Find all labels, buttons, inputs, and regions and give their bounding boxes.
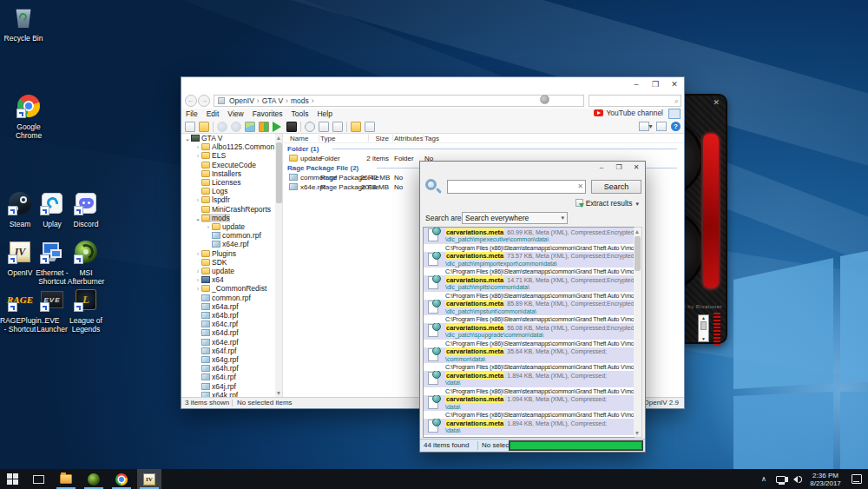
list-header[interactable]: NameTypeSizeAttributesTags <box>284 134 684 143</box>
menu-item-tools[interactable]: Tools <box>287 109 313 119</box>
help-icon[interactable]: ? <box>671 122 681 131</box>
search-input[interactable] <box>592 96 668 106</box>
view-mode-icon[interactable] <box>639 122 649 131</box>
widget-scrollbar[interactable]: ▲▼ <box>698 314 709 342</box>
menu-item-favorites[interactable]: Favorites <box>248 109 287 119</box>
tree-item-x64d-rpf[interactable]: x64d.rpf <box>181 328 275 337</box>
search-result-item[interactable]: carvariations.meta85.89 KB, Meta (XML), … <box>424 300 641 324</box>
chrome-taskbar-button[interactable] <box>109 469 134 489</box>
image-icon[interactable] <box>245 122 255 132</box>
search-button[interactable]: Search <box>591 180 641 194</box>
openiv-search-box[interactable]: ⌕ <box>589 95 681 107</box>
tree-item--commonredist[interactable]: ›_CommonRedist <box>181 284 275 293</box>
results-scrollbar[interactable] <box>635 227 642 438</box>
desktop-icon-discord[interactable]: Discord <box>66 191 106 229</box>
menu-item-view[interactable]: View <box>223 109 247 119</box>
tree-item-x64k-rpf[interactable]: x64k.rpf <box>181 391 275 397</box>
tree-item-common-rpf[interactable]: common.rpf <box>181 231 275 240</box>
desktop-icon-chrome[interactable]: Google Chrome <box>9 94 49 140</box>
import-icon[interactable] <box>351 122 361 132</box>
extract-results-button[interactable]: Extract results▾ <box>575 199 639 208</box>
tree-item-x64[interactable]: ›x64 <box>181 275 275 284</box>
caret-down-icon[interactable]: ▾ <box>649 122 653 130</box>
breadcrumb-item[interactable]: mods <box>289 96 311 105</box>
task-view-button[interactable] <box>26 469 50 489</box>
open-icon[interactable] <box>199 122 209 132</box>
search-result-item[interactable]: carvariations.meta73.57 KB, Meta (XML), … <box>424 252 641 276</box>
breadcrumb-item[interactable]: OpenIV <box>227 96 256 105</box>
tree-item-update[interactable]: ›update <box>181 222 275 231</box>
taskbar-clock[interactable]: 2:36 PM 8/23/2017 <box>806 469 845 489</box>
search-result-item[interactable]: carvariations.meta35.64 KB, Meta (XML), … <box>424 347 641 372</box>
tree-item-x64b-rpf[interactable]: x64b.rpf <box>181 311 275 320</box>
scroll-down-icon[interactable] <box>634 430 641 437</box>
tree-item-minicrashreports[interactable]: MiniCrashReports <box>181 205 275 214</box>
tray-expand-icon[interactable]: ∧ <box>757 469 771 489</box>
tree-item-licenses[interactable]: Licenses <box>181 178 275 187</box>
menu-item-help[interactable]: Help <box>312 109 336 119</box>
search-field[interactable]: ✕ <box>447 180 586 194</box>
action-center-icon[interactable] <box>847 469 866 489</box>
details-pane-icon[interactable] <box>656 122 667 131</box>
tree-item-x64j-rpf[interactable]: x64j.rpf <box>181 382 275 391</box>
search-area-dropdown[interactable]: Search everywhere▾ <box>462 212 568 224</box>
tree-item-x64a-rpf[interactable]: x64a.rpf <box>181 302 275 311</box>
search-result-item[interactable]: carvariations.meta1.894 KB, Meta (XML), … <box>424 419 641 438</box>
new-file-icon[interactable] <box>185 122 195 132</box>
export-doc-icon[interactable] <box>332 122 343 132</box>
tree-item-mods[interactable]: ⌄mods <box>181 214 275 222</box>
tree-item-common-rpf[interactable]: common.rpf <box>181 294 275 302</box>
group-header[interactable]: Folder (1) <box>284 144 684 154</box>
search-query-input[interactable] <box>450 181 573 193</box>
world-icon[interactable] <box>217 122 227 132</box>
text-view-icon[interactable] <box>319 122 329 132</box>
column-header-attributes[interactable]: Attributes <box>394 134 424 143</box>
minimize-button[interactable]: – <box>593 162 610 175</box>
tree-item-logs[interactable]: Logs <box>181 187 275 195</box>
tree-scrollbar[interactable] <box>275 134 282 397</box>
search-result-item[interactable]: carvariations.meta60.99 KB, Meta (XML), … <box>424 228 641 252</box>
column-header-tags[interactable]: Tags <box>424 134 439 143</box>
tree-item-albo1125-common[interactable]: ›Albo1125.Common <box>181 142 275 151</box>
find-icon[interactable] <box>305 122 315 132</box>
tree-item-update[interactable]: ›update <box>181 267 275 275</box>
tree-item-x64i-rpf[interactable]: x64i.rpf <box>181 373 275 381</box>
tree-item-x64e-rpf[interactable]: x64e.rpf <box>181 338 275 347</box>
play-icon[interactable] <box>273 122 281 132</box>
capture-icon[interactable] <box>286 122 297 132</box>
scrollbar-thumb[interactable] <box>635 236 641 271</box>
desktop-icon-recycle-bin[interactable]: Recycle Bin <box>3 5 43 43</box>
scrollbar-thumb[interactable] <box>276 142 282 203</box>
maximize-button[interactable]: ❒ <box>610 162 628 175</box>
search-result-item[interactable]: carvariations.meta1.094 KB, Meta (XML), … <box>424 395 641 420</box>
close-button[interactable]: ✕ <box>665 77 684 93</box>
scroll-down-icon[interactable] <box>275 390 282 397</box>
search-result-item[interactable]: carvariations.meta56.08 KB, Meta (XML), … <box>424 323 641 347</box>
minimize-button[interactable]: – <box>627 77 646 93</box>
breadcrumb-item[interactable]: GTA V <box>260 96 285 105</box>
tree-item-lspdfr[interactable]: ›lspdfr <box>181 195 275 204</box>
menu-item-edit[interactable]: Edit <box>202 109 224 119</box>
start-button[interactable] <box>0 469 24 489</box>
world2-icon[interactable] <box>231 122 241 132</box>
column-header-size[interactable]: Size <box>371 134 389 143</box>
panel-toggle-icon[interactable] <box>668 109 681 119</box>
clear-icon[interactable]: ✕ <box>577 182 583 190</box>
tree-item-els[interactable]: ›ELS <box>181 151 275 160</box>
maximize-button[interactable]: ❒ <box>646 77 665 93</box>
scroll-up-icon[interactable] <box>634 228 641 235</box>
tree-item-x64f-rpf[interactable]: x64f.rpf <box>181 347 275 355</box>
menu-item-file[interactable]: File <box>181 109 202 119</box>
tree-item-x64h-rpf[interactable]: x64h.rpf <box>181 364 275 373</box>
close-button[interactable]: ✕ <box>628 162 645 175</box>
file-explorer-taskbar-button[interactable] <box>54 469 78 489</box>
openiv-taskbar-button[interactable]: IV <box>137 469 161 489</box>
desktop-icon-league-of-legends[interactable]: LLeague of Legends <box>66 287 106 334</box>
tree-item-x64g-rpf[interactable]: x64g.rpf <box>181 355 275 364</box>
scroll-up-icon[interactable] <box>275 134 282 141</box>
tree-item-executecode[interactable]: ExecuteCode <box>181 161 275 169</box>
tree-item-x64c-rpf[interactable]: x64c.rpf <box>181 320 275 328</box>
search-titlebar[interactable]: – ❒ ✕ <box>420 162 645 175</box>
tree-item-plugins[interactable]: ›Plugins <box>181 249 275 258</box>
tree-item-sdk[interactable]: SDK <box>181 258 275 267</box>
